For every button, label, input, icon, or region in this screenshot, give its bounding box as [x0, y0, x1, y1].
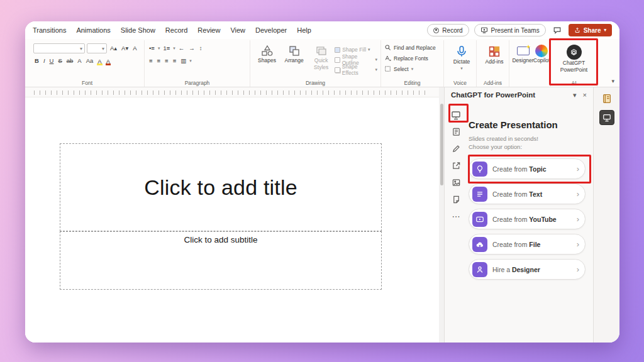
select-button[interactable]: Select ▾: [384, 63, 440, 74]
columns-button[interactable]: ▥: [179, 56, 187, 66]
group-label-drawing: Drawing: [250, 80, 380, 86]
title-placeholder[interactable]: Click to add title: [60, 143, 382, 231]
decrease-indent-button[interactable]: ←: [177, 43, 186, 53]
menu-tab-view[interactable]: View: [230, 26, 245, 34]
menu-tab-animations[interactable]: Animations: [76, 26, 110, 34]
notebook-button[interactable]: [599, 91, 614, 106]
tab-edit[interactable]: [448, 140, 465, 157]
ribbon-group-voice: Dictate ▾ Voice: [444, 40, 477, 87]
chevron-down-icon: ▾: [173, 46, 175, 51]
italic-button[interactable]: I: [42, 56, 47, 66]
highlight-color-button[interactable]: A: [96, 58, 103, 65]
shape-fill-button[interactable]: Shape Fill ▾: [335, 45, 377, 54]
underline-button[interactable]: U: [48, 56, 55, 66]
arrange-button[interactable]: Arrange: [280, 42, 308, 74]
tab-export[interactable]: [448, 157, 465, 174]
comments-button[interactable]: [551, 24, 564, 36]
numbering-button[interactable]: 1≡: [162, 43, 171, 53]
create-from-youtube-button[interactable]: Create from YouTube ›: [469, 209, 586, 229]
addins-button[interactable]: Add-ins: [480, 42, 509, 65]
share-button[interactable]: Share ▾: [569, 24, 612, 36]
designer-person-icon: [472, 262, 487, 277]
clear-formatting-button[interactable]: A: [131, 43, 138, 53]
tab-more[interactable]: ⋯: [448, 208, 465, 225]
image-icon: [452, 178, 461, 187]
shape-outline-button[interactable]: Shape Outline ▾: [335, 55, 377, 64]
find-replace-button[interactable]: Find and Replace: [384, 42, 440, 53]
slide-editor: Click to add title Click to add subtitle: [25, 87, 439, 343]
menu-bar: Transitions Animations Slide Show Record…: [25, 21, 619, 39]
scrollbar-thumb[interactable]: [440, 104, 443, 185]
character-spacing-button[interactable]: A: [76, 56, 82, 66]
vertical-scrollbar[interactable]: [439, 87, 444, 343]
menu-tab-slideshow[interactable]: Slide Show: [121, 26, 155, 34]
chatgpt-task-panel: ChatGPT for PowerPoint ▾ ×: [444, 87, 593, 343]
tab-image[interactable]: [448, 174, 465, 191]
collapse-ribbon-button[interactable]: ▾: [611, 78, 614, 84]
addins-grid-icon: [487, 45, 501, 58]
tab-chat[interactable]: [448, 123, 465, 140]
group-label-voice: Voice: [444, 80, 476, 86]
shape-effects-icon: [335, 67, 340, 73]
change-case-button[interactable]: Aa: [85, 56, 95, 66]
copilot-icon: [535, 45, 548, 57]
panel-content: Create Presentation Slides created in se…: [467, 102, 593, 343]
align-center-button[interactable]: ≡: [156, 56, 162, 66]
ribbon-group-editing: Find and Replace Replace Fonts Select ▾ …: [381, 40, 444, 87]
menu-tab-developer[interactable]: Developer: [255, 26, 287, 34]
copilot-button[interactable]: Copilot: [533, 42, 550, 64]
chevron-right-icon: ›: [577, 265, 579, 273]
align-right-button[interactable]: ≡: [164, 56, 170, 66]
ruler: [25, 87, 439, 97]
chevron-down-icon: ▾: [375, 67, 378, 72]
ribbon-group-ai: ChatGPT PowerPoint AI: [551, 40, 597, 87]
create-from-topic-button[interactable]: Create from Topic ›: [469, 158, 586, 179]
strikethrough-button[interactable]: ab: [65, 56, 75, 66]
grow-font-button[interactable]: A▴: [109, 43, 118, 53]
justify-button[interactable]: ≡: [172, 56, 178, 66]
presentation-icon: [602, 113, 611, 122]
chatgpt-icon: [567, 45, 582, 60]
quick-styles-button[interactable]: Quick Styles: [308, 42, 335, 74]
subtitle-placeholder[interactable]: Click to add subtitle: [60, 231, 382, 290]
tab-presentation[interactable]: [448, 106, 465, 123]
create-from-file-button[interactable]: Create from File ›: [469, 234, 586, 255]
group-label-font: Font: [30, 80, 144, 86]
bullets-button[interactable]: •≡: [148, 43, 156, 53]
youtube-icon: [472, 212, 487, 227]
chevron-right-icon: ›: [577, 215, 579, 223]
close-icon[interactable]: ×: [583, 91, 587, 99]
dictate-button[interactable]: Dictate ▾: [447, 42, 476, 71]
chatgpt-powerpoint-button[interactable]: ChatGPT PowerPoint: [554, 42, 594, 74]
hire-a-designer-button[interactable]: Hire a Designer ›: [469, 259, 586, 280]
font-color-button[interactable]: A: [105, 58, 111, 65]
shape-fill-icon: [335, 47, 340, 53]
designer-button[interactable]: Designer: [513, 42, 533, 64]
chevron-down-icon: ▾: [460, 66, 463, 71]
chevron-down-icon[interactable]: ▾: [573, 91, 577, 99]
menu-tab-record[interactable]: Record: [165, 26, 187, 34]
presentation-panel-button[interactable]: [599, 110, 614, 125]
shrink-font-button[interactable]: A▾: [120, 43, 130, 53]
replace-fonts-button[interactable]: Replace Fonts: [384, 53, 440, 63]
create-from-text-button[interactable]: Create from Text ›: [469, 184, 586, 204]
chevron-right-icon: ›: [577, 240, 579, 248]
panel-subtitle-1: Slides created in seconds!: [469, 134, 586, 143]
shadow-button[interactable]: S: [57, 56, 63, 66]
font-size-select[interactable]: ▾: [87, 43, 107, 53]
font-name-select[interactable]: ▾: [33, 43, 85, 53]
shape-effects-button[interactable]: Shape Effects ▾: [335, 65, 377, 74]
line-spacing-button[interactable]: ↕: [198, 43, 204, 53]
shapes-button[interactable]: Shapes: [253, 42, 280, 74]
increase-indent-button[interactable]: →: [187, 43, 196, 53]
menu-tab-review[interactable]: Review: [197, 26, 220, 34]
present-in-teams-button[interactable]: Present in Teams: [474, 24, 546, 36]
replace-fonts-icon: [384, 55, 391, 62]
tab-notes[interactable]: [448, 191, 465, 208]
record-button[interactable]: Record: [427, 24, 469, 36]
bold-button[interactable]: B: [33, 56, 40, 66]
menu-tab-transitions[interactable]: Transitions: [33, 26, 66, 34]
align-left-button[interactable]: ≡: [148, 56, 154, 66]
slide-canvas[interactable]: Click to add title Click to add subtitle: [25, 97, 439, 343]
menu-tab-help[interactable]: Help: [297, 26, 311, 34]
